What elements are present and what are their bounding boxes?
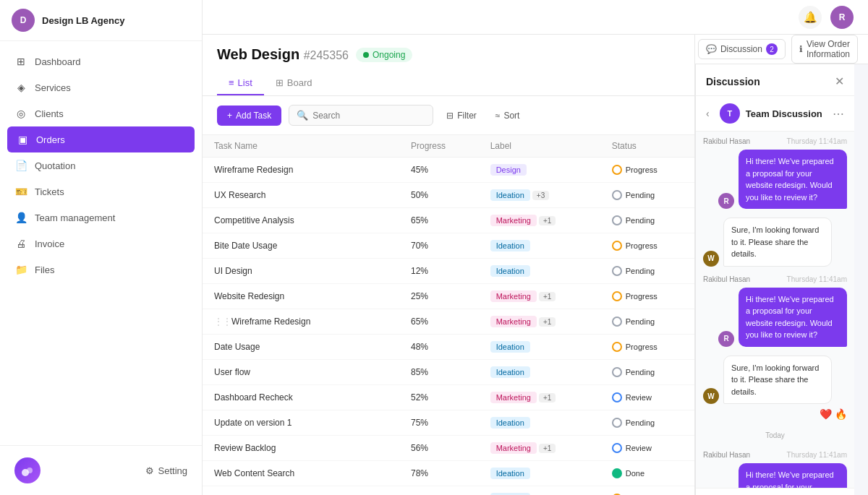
sidebar: D Design LB Agency ⊞ Dashboard ◈ Service… — [0, 0, 203, 495]
sidebar-item-quotation[interactable]: 📄 Quotation — [0, 152, 202, 178]
msg-avatar: W — [703, 251, 719, 267]
task-label-cell: Marketing+1 — [479, 208, 600, 233]
message-bubble: Sure, I'm looking forward to it. Please … — [723, 356, 832, 405]
dashboard-icon: ⊞ — [14, 55, 27, 68]
task-name-cell: Wireframe Building — [203, 486, 399, 496]
task-panel: Web Design #245356 Ongoing ≡ List ⊞ — [203, 35, 694, 495]
messages-area: Thursday 11:41amRakibul Hasan Hi there! … — [696, 132, 854, 488]
task-name-cell: UX Research — [203, 183, 399, 208]
table-row: ⋮⋮Wireframe Redesign 65% Marketing+1 Pen… — [203, 309, 694, 335]
task-label-cell: Marketing+1 — [479, 436, 600, 461]
sidebar-item-team[interactable]: 👤 Team management — [0, 205, 202, 231]
col-task-name: Task Name — [203, 135, 399, 158]
task-progress-cell: 12% — [399, 259, 479, 284]
status-badge: Ongoing — [356, 48, 412, 62]
sidebar-item-tickets[interactable]: 🎫 Tickets — [0, 178, 202, 205]
msg-row: Hi there! We've prepared a proposal for … — [703, 288, 847, 347]
task-progress-cell: 75% — [399, 410, 479, 436]
task-label-cell: Ideation — [479, 259, 600, 284]
files-icon: 📁 — [14, 263, 27, 276]
message-group: Thursday 11:41amRakibul Hasan Hi there! … — [703, 275, 847, 347]
table-row: UI Design 12% Ideation Pending — [203, 259, 694, 284]
msg-row: W Sure, I'm looking forward to it. Pleas… — [703, 356, 847, 405]
sidebar-nav: ⊞ Dashboard ◈ Services ◎ Clients ▣ Order… — [0, 41, 202, 445]
tab-list[interactable]: ≡ List — [217, 72, 264, 95]
sidebar-item-label: Team management — [35, 212, 115, 223]
sidebar-item-orders[interactable]: ▣ Orders — [7, 126, 195, 152]
task-name-cell: Wireframe Redesign — [203, 158, 399, 183]
task-name-cell: ⋮⋮Wireframe Redesign — [203, 309, 399, 335]
orders-icon: ▣ — [16, 133, 29, 146]
view-order-button[interactable]: ℹ View Order Information — [791, 35, 858, 64]
add-task-button[interactable]: + Add Task — [217, 106, 281, 126]
more-options-button[interactable]: ⋯ — [833, 107, 844, 121]
project-name: Web Design #245356 — [217, 46, 349, 63]
message-bubble: Sure, I'm looking forward to it. Please … — [723, 218, 832, 267]
task-status-cell: Review — [600, 385, 694, 410]
sidebar-item-label: Tickets — [35, 186, 64, 197]
sidebar-item-label: Dashboard — [35, 56, 81, 67]
task-progress-cell: 89% — [399, 486, 479, 496]
msg-meta: Thursday 11:41amRakibul Hasan — [703, 451, 847, 459]
topbar: 🔔 R — [203, 0, 868, 35]
message-bubble: Hi there! We've prepared a proposal for … — [739, 463, 847, 488]
discussion-button[interactable]: 💬 Discussion 2 — [698, 39, 786, 59]
task-name-cell: Website Redesign — [203, 284, 399, 309]
thread-info: T Team Discussion — [720, 103, 822, 124]
task-status-cell: Pending — [600, 208, 694, 233]
sort-icon: ≈ — [495, 111, 501, 121]
tab-board[interactable]: ⊞ Board — [264, 72, 324, 95]
discussion-title: Discussion — [706, 76, 760, 87]
panel-header: 💬 Discussion 2 ℹ View Order Information — [695, 35, 868, 64]
close-button[interactable]: ✕ — [835, 74, 844, 88]
discussion-header: Discussion ✕ — [696, 64, 854, 96]
task-label-cell: Marketing+1 — [479, 385, 600, 410]
task-name-cell: UI Design — [203, 259, 399, 284]
sidebar-item-files[interactable]: 📁 Files — [0, 257, 202, 283]
sidebar-item-clients[interactable]: ◎ Clients — [0, 100, 202, 126]
task-name-cell: User flow — [203, 360, 399, 385]
plus-icon: + — [227, 111, 232, 121]
status-dot — [363, 52, 369, 58]
user-avatar[interactable]: R — [830, 6, 854, 29]
drag-handle[interactable]: ⋮⋮ — [214, 317, 231, 327]
task-progress-cell: 85% — [399, 360, 479, 385]
sort-button[interactable]: ≈ Sort — [490, 106, 526, 125]
task-label-cell: Ideation — [479, 360, 600, 385]
setting-item[interactable]: ⚙ Setting — [145, 465, 187, 476]
task-label-cell: Ideation — [479, 233, 600, 259]
col-status: Status — [600, 135, 694, 158]
message-input-area: ➤ — [696, 488, 854, 495]
back-button[interactable]: ‹ — [706, 108, 710, 119]
sidebar-item-label: Quotation — [35, 160, 75, 171]
task-table: Task Name Progress Label Status Wirefram… — [203, 135, 694, 495]
notification-bell[interactable]: 🔔 — [799, 6, 822, 29]
msg-avatar: R — [718, 331, 734, 347]
task-status-cell: Done — [600, 461, 694, 486]
table-row: Dashboard Recheck 52% Marketing+1 Review — [203, 385, 694, 410]
message-bubble: Hi there! We've prepared a proposal for … — [739, 288, 847, 347]
sidebar-item-dashboard[interactable]: ⊞ Dashboard — [0, 48, 202, 74]
search-input[interactable] — [312, 111, 425, 121]
search-box[interactable]: 🔍 — [289, 105, 433, 126]
task-label-cell: Ideation+3 — [479, 183, 600, 208]
sidebar-item-invoice[interactable]: 🖨 Invoice — [0, 231, 202, 257]
filter-button[interactable]: ⊟ Filter — [441, 106, 482, 125]
chat-icon: 💬 — [706, 44, 717, 54]
sidebar-item-label: Clients — [35, 108, 64, 119]
list-icon: ≡ — [229, 77, 234, 88]
team-icon: 👤 — [14, 211, 27, 224]
task-header: Web Design #245356 Ongoing ≡ List ⊞ — [203, 35, 694, 96]
task-name-cell: Web Content Search — [203, 461, 399, 486]
col-progress: Progress — [399, 135, 479, 158]
task-name-cell: Bite Date Usage — [203, 233, 399, 259]
sidebar-item-services[interactable]: ◈ Services — [0, 74, 202, 100]
table-row: Wireframe Building 89% Ideation Progress — [203, 486, 694, 496]
project-title-row: Web Design #245356 Ongoing — [217, 46, 680, 63]
table-row: Website Redesign 25% Marketing+1 Progres… — [203, 284, 694, 309]
task-label-cell: Design — [479, 158, 600, 183]
task-progress-cell: 48% — [399, 335, 479, 360]
msg-row: Hi there! We've prepared a proposal for … — [703, 150, 847, 209]
task-name-cell: Dashboard Recheck — [203, 385, 399, 410]
task-name-cell: Update on version 1 — [203, 410, 399, 436]
